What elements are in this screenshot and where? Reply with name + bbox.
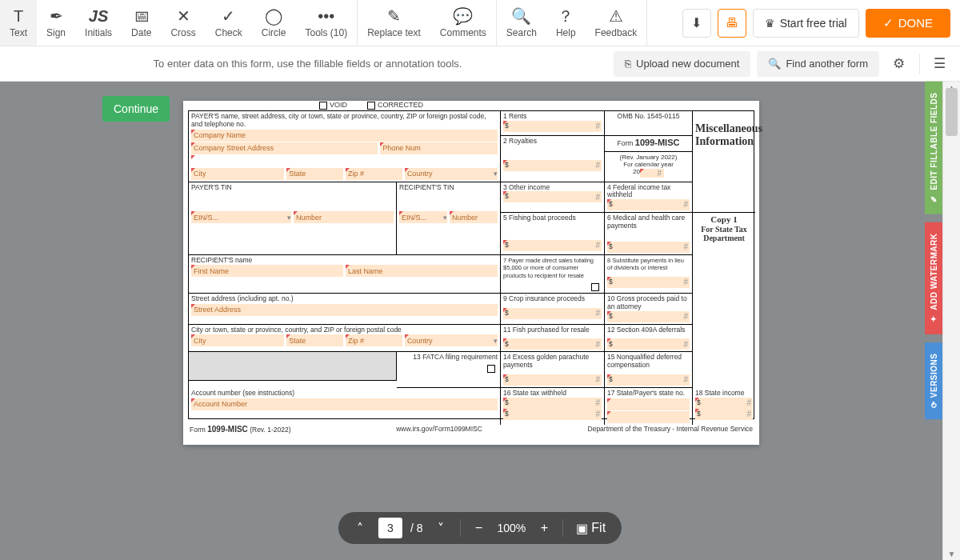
outline-button[interactable]: ☰	[926, 51, 952, 77]
upload-document-button[interactable]: ⎘Upload new document	[614, 51, 750, 77]
payer-ein-select[interactable]: EIN/S...▾	[191, 211, 291, 223]
street-field[interactable]: Street Address	[191, 304, 498, 316]
company-name-field[interactable]: Company Name	[191, 130, 498, 142]
main-toolbar: TText ✒Sign JSInitials 📅︎Date ✕Cross ✓Ch…	[0, 0, 960, 46]
box6-field[interactable]: $#	[607, 242, 690, 253]
tool-text[interactable]: TText	[0, 0, 37, 46]
page-number-input[interactable]: 3	[378, 518, 402, 538]
calendar-icon: 📅︎	[134, 7, 150, 25]
box10-field[interactable]: $#	[607, 311, 690, 322]
box16-field-b[interactable]: $#	[503, 409, 602, 420]
void-checkbox[interactable]	[319, 102, 327, 110]
settings-button[interactable]: ⚙	[886, 51, 911, 77]
box18-field-b[interactable]: $#	[695, 409, 753, 420]
edit-fields-tab[interactable]: ✎EDIT FILLABLE FIELDS	[925, 82, 942, 214]
box1-field[interactable]: $#	[503, 121, 602, 132]
recipient-name-label: RECIPIENT'S name	[191, 257, 498, 265]
payer-state-field[interactable]: State	[286, 168, 343, 180]
versions-tab[interactable]: ⟳VERSIONS	[925, 342, 942, 419]
tool-sign[interactable]: ✒Sign	[37, 0, 75, 46]
corrected-checkbox[interactable]	[367, 102, 375, 110]
form-title: Miscellaneous Information	[693, 111, 755, 213]
box13-checkbox[interactable]	[487, 365, 495, 373]
plus-icon: +	[541, 521, 548, 535]
scroll-down-icon: ▼	[943, 550, 960, 558]
start-trial-button[interactable]: ♛Start free trial	[753, 9, 859, 38]
tool-feedback[interactable]: ⚠Feedback	[586, 0, 647, 46]
box5-field[interactable]: $#	[503, 240, 602, 251]
for-state-label: For State Tax Department	[695, 225, 753, 243]
watermark-tab[interactable]: ✦ADD WATERMARK	[925, 222, 942, 334]
account-header: Account number (see instructions)	[191, 390, 498, 398]
void-label: VOID	[330, 101, 347, 109]
last-name-field[interactable]: Last Name	[346, 265, 498, 277]
tool-initials[interactable]: JSInitials	[75, 0, 122, 46]
zoom-out-button[interactable]: −	[468, 518, 489, 538]
recip-state-field[interactable]: State	[286, 334, 343, 346]
company-street-field[interactable]: Company Street Address	[191, 142, 378, 154]
box17-field-b[interactable]	[607, 411, 690, 423]
recipient-tin-number[interactable]: Number	[450, 211, 498, 223]
recip-country-field[interactable]: Country▾	[405, 334, 498, 346]
box6-label: 6 Medical and health care payments	[607, 214, 685, 230]
vertical-scrollbar[interactable]: ▲ ▼	[942, 82, 960, 560]
tool-check[interactable]: ✓Check	[206, 0, 252, 46]
cityline-header: City or town, state or province, country…	[191, 326, 498, 334]
box7-checkbox[interactable]	[591, 283, 599, 291]
search-icon: 🔍	[511, 7, 531, 25]
box15-label: 15 Nonqualified deferred compensation	[607, 353, 682, 369]
list-icon: ☰	[934, 55, 946, 72]
first-name-field[interactable]: First Name	[191, 265, 343, 277]
check-icon: ✓	[222, 7, 235, 25]
payer-zip-field[interactable]: Zip #	[346, 168, 402, 180]
recip-city-field[interactable]: City	[191, 334, 284, 346]
box2-field[interactable]: $#	[503, 160, 602, 171]
box11-field[interactable]: $#	[503, 338, 602, 350]
tool-search[interactable]: 🔍Search	[497, 0, 546, 46]
box10-label: 10 Gross proceeds paid to an attorney	[607, 294, 687, 310]
year-field[interactable]: #	[640, 169, 664, 178]
box9-field[interactable]: $#	[503, 308, 602, 319]
zoom-level: 100%	[497, 522, 526, 534]
box4-field[interactable]: $#	[607, 199, 690, 210]
box16-field-a[interactable]: $#	[503, 398, 602, 409]
box15-field[interactable]: $#	[607, 374, 690, 386]
tool-help[interactable]: ？Help	[546, 0, 586, 46]
recipient-ein-select[interactable]: EIN/S...▾	[399, 211, 447, 223]
continue-button[interactable]: Continue	[102, 96, 170, 122]
box12-field[interactable]: $#	[607, 338, 690, 350]
box8-field[interactable]: $#	[607, 277, 690, 288]
phone-field[interactable]: Phone Num	[380, 142, 498, 154]
zoom-in-button[interactable]: +	[534, 518, 554, 538]
tool-comments[interactable]: 💬Comments	[430, 0, 496, 46]
tool-more[interactable]: •••Tools (10)	[295, 0, 357, 46]
tool-cross[interactable]: ✕Cross	[161, 0, 205, 46]
box3-field[interactable]: $#	[503, 191, 602, 202]
payer-city-field[interactable]: City	[191, 168, 284, 180]
text-icon: T	[14, 7, 23, 25]
recipient-tin-label: RECIPIENT'S TIN	[399, 184, 498, 192]
find-form-button[interactable]: 🔍Find another form	[757, 51, 879, 77]
tool-circle[interactable]: ◯Circle	[252, 0, 296, 46]
initials-icon: JS	[89, 7, 108, 25]
download-icon: ⬇	[691, 15, 702, 30]
scrollbar-thumb[interactable]	[946, 88, 958, 136]
versions-icon: ⟳	[930, 401, 938, 408]
recip-zip-field[interactable]: Zip #	[346, 334, 402, 346]
payer-tin-number[interactable]: Number	[294, 211, 394, 223]
page-down-button[interactable]: ˅	[430, 518, 451, 538]
page-up-button[interactable]: ˄	[350, 518, 370, 538]
box17-field-a[interactable]	[607, 398, 690, 410]
corrected-label: CORRECTED	[378, 101, 423, 109]
tool-replace[interactable]: ✎Replace text	[358, 0, 430, 46]
download-button[interactable]: ⬇	[682, 9, 711, 38]
payer-country-field[interactable]: Country▾	[405, 168, 498, 180]
account-field[interactable]: Account Number	[191, 398, 498, 410]
box18-field-a[interactable]: $#	[695, 398, 753, 409]
box14-field[interactable]: $#	[503, 374, 602, 386]
done-button[interactable]: ✓DONE	[866, 9, 950, 38]
print-button[interactable]: 🖶	[718, 9, 746, 38]
fit-button[interactable]: ▣Fit	[571, 518, 610, 538]
tool-date[interactable]: 📅︎Date	[122, 0, 161, 46]
chevron-up-icon: ˄	[357, 521, 363, 536]
